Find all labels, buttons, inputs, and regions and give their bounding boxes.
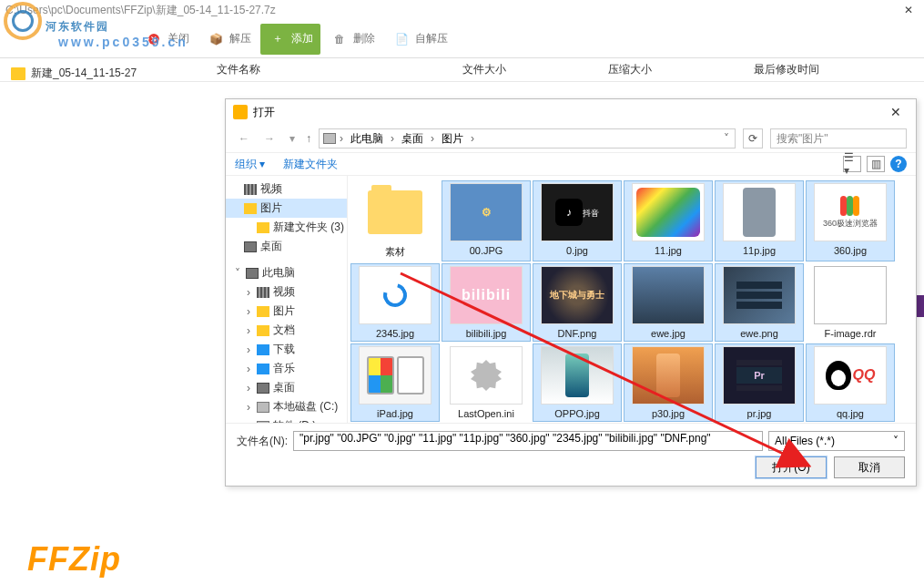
tree-cdrive[interactable]: ›本地磁盘 (C:): [226, 397, 347, 416]
tree-desktop[interactable]: 桌面: [226, 237, 347, 256]
col-date[interactable]: 最后修改时间: [746, 58, 892, 81]
filename-label: 文件名(N):: [237, 434, 288, 449]
col-size[interactable]: 文件大小: [455, 58, 601, 81]
nav-up[interactable]: ↑: [306, 132, 311, 145]
new-folder-button[interactable]: 新建文件夹: [283, 157, 338, 172]
file-ipad[interactable]: iPad.jpg: [351, 344, 439, 421]
view-mode-button[interactable]: ☰ ▾: [843, 156, 861, 172]
folder-icon: [11, 67, 25, 80]
tree-thispc[interactable]: ˅此电脑: [226, 263, 347, 282]
archive-root[interactable]: 新建_05-14_11-15-27: [5, 62, 197, 85]
file-pr[interactable]: Prpr.jpg: [716, 344, 803, 421]
ffzip-logo: FFZip: [27, 540, 121, 579]
tree-newfolder3[interactable]: 新建文件夹 (3): [226, 218, 347, 237]
preview-button[interactable]: ▥: [867, 156, 885, 172]
filename-input[interactable]: "pr.jpg" "00.JPG" "0.jpg" "11.jpg" "11p.…: [293, 431, 763, 451]
files-grid: 素材 ⚙00.JPG ♪抖音0.jpg 11.jpg 11p.jpg 360极速…: [348, 176, 916, 423]
delete-button[interactable]: 🗑删除: [322, 24, 382, 55]
file-lastopen[interactable]: LastOpen.ini: [442, 344, 530, 421]
search-placeholder: 搜索"图片": [777, 131, 828, 147]
col-compressed[interactable]: 压缩大小: [601, 58, 746, 81]
window-close[interactable]: ✕: [899, 4, 919, 16]
file-filter[interactable]: All Files (*.*)˅: [768, 431, 905, 451]
file-11jpg[interactable]: 11.jpg: [624, 181, 712, 261]
open-dialog: 打开 ✕ ← → ▾ ↑ › 此电脑 › 桌面 › 图片 › ˅ ⟳ 搜索"图片…: [225, 98, 917, 487]
dialog-app-icon: [233, 105, 248, 119]
crumb-dropdown[interactable]: ˅: [722, 132, 731, 145]
nav-back[interactable]: ←: [235, 132, 253, 145]
tree-pc-music[interactable]: ›音乐: [226, 359, 347, 378]
file-2345jpg[interactable]: 2345.jpg: [351, 264, 439, 341]
file-00jpg[interactable]: ⚙00.JPG: [442, 181, 530, 261]
nav-fwd[interactable]: →: [260, 132, 279, 145]
tree-videos[interactable]: 视频: [226, 179, 347, 199]
col-name[interactable]: 文件名称: [209, 58, 455, 81]
cancel-button[interactable]: 取消: [834, 456, 905, 478]
dialog-close[interactable]: ✕: [883, 105, 909, 119]
tree-ddrive[interactable]: ›软件 (D:): [226, 416, 347, 423]
search-input[interactable]: 搜索"图片": [770, 128, 907, 149]
file-11pjpg[interactable]: 11p.jpg: [716, 181, 803, 261]
sfx-button[interactable]: 📄自解压: [384, 24, 455, 55]
watermark-text: 河东软件园: [46, 20, 109, 33]
file-fimage[interactable]: F-image.rdr: [807, 264, 894, 341]
file-ewejpg[interactable]: ewe.jpg: [624, 264, 712, 341]
extract-button[interactable]: 📦解压: [198, 24, 259, 55]
archive-root-label: 新建_05-14_11-15-27: [31, 66, 137, 81]
archive-tree: 新建_05-14_11-15-27: [5, 62, 197, 85]
breadcrumb[interactable]: › 此电脑 › 桌面 › 图片 › ˅: [319, 128, 736, 149]
add-button[interactable]: ＋添加: [260, 24, 320, 55]
file-bilibili[interactable]: bilibilibilibili.jpg: [442, 264, 530, 341]
dialog-title: 打开: [253, 105, 275, 120]
refresh-button[interactable]: ⟳: [743, 128, 763, 149]
file-sucai[interactable]: 素材: [351, 181, 439, 261]
tree-pc-desktop[interactable]: ›桌面: [226, 378, 347, 397]
file-ewepng[interactable]: ewe.png: [716, 264, 803, 341]
file-qq[interactable]: QQqq.jpg: [807, 344, 894, 421]
tree-pc-dl[interactable]: ›下载: [226, 340, 347, 359]
pc-icon: [323, 133, 336, 144]
open-button[interactable]: 打开(O): [756, 456, 827, 478]
crumb-pictures[interactable]: 图片: [438, 131, 467, 147]
crumb-pc[interactable]: 此电脑: [347, 131, 387, 147]
file-oppo[interactable]: OPPO.jpg: [533, 344, 621, 421]
tree-pc-docs[interactable]: ›文档: [226, 321, 347, 340]
folder-tree: 视频 图片 新建文件夹 (3) 桌面 ˅此电脑 ›视频 ›图片 ›文档 ›下载 …: [226, 176, 348, 423]
file-360jpg[interactable]: 360极速浏览器360.jpg: [807, 181, 894, 261]
file-p30[interactable]: p30.jpg: [624, 344, 712, 421]
file-dnf[interactable]: 地下城与勇士DNF.png: [533, 264, 621, 341]
nav-recent[interactable]: ▾: [286, 132, 299, 145]
file-0jpg[interactable]: ♪抖音0.jpg: [533, 181, 621, 261]
tree-pc-pictures[interactable]: ›图片: [226, 302, 347, 321]
tree-pc-video[interactable]: ›视频: [226, 282, 347, 302]
organize-button[interactable]: 组织 ▾: [235, 157, 265, 172]
tree-pictures[interactable]: 图片: [226, 199, 347, 218]
help-button[interactable]: ?: [890, 156, 907, 172]
crumb-desktop[interactable]: 桌面: [398, 131, 427, 147]
